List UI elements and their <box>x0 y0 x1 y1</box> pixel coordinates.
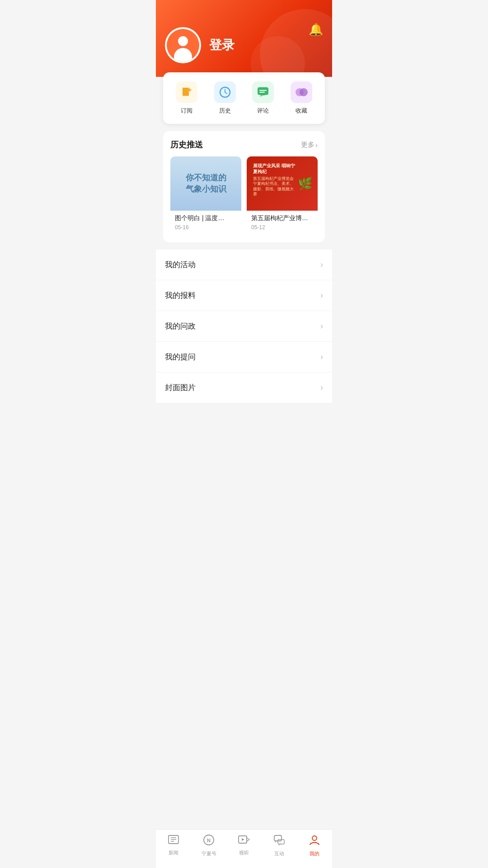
interact-tab-icon <box>273 834 285 849</box>
chevron-report-icon: › <box>320 291 323 300</box>
tab-video-label: 视听 <box>239 849 249 856</box>
news-card-2[interactable]: 展现产业风采 唱响宁夏枸杞 第五届枸杞产业博览会 宁夏枸杞书法、美术、 摄影、剪… <box>247 156 318 234</box>
tab-ningxia-label: 宁夏号 <box>202 850 216 857</box>
tab-mine-label: 我的 <box>310 850 319 857</box>
card-image-2: 展现产业风采 唱响宁夏枸杞 第五届枸杞产业博览会 宁夏枸杞书法、美术、 摄影、剪… <box>247 156 318 211</box>
svg-marker-16 <box>247 838 249 841</box>
comment-icon <box>252 81 274 103</box>
bell-button[interactable]: 🔔 <box>309 23 323 37</box>
menu-item-politics[interactable]: 我的问政 › <box>156 311 332 342</box>
menu-item-report[interactable]: 我的报料 › <box>156 280 332 311</box>
avatar-inner <box>167 29 199 61</box>
tab-news-label: 新闻 <box>169 849 178 856</box>
more-button[interactable]: 更多 › <box>301 141 318 149</box>
avatar-head <box>178 36 188 46</box>
login-label[interactable]: 登录 <box>209 37 235 54</box>
quick-menu: 订阅 历史 评论 <box>163 72 325 124</box>
chevron-politics-icon: › <box>320 321 323 331</box>
tab-ningxia[interactable]: N 宁夏号 <box>191 834 226 857</box>
ningxia-tab-icon: N <box>202 834 215 849</box>
quick-item-collect[interactable]: 收藏 <box>282 81 321 115</box>
tab-bar: 新闻 N 宁夏号 视听 互动 <box>156 829 332 868</box>
cards-row: 你不知道的 气象小知识 图个明白 | 温度… 05-16 展现产业风采 唱响宁夏… <box>170 156 318 234</box>
svg-point-8 <box>300 88 308 96</box>
menu-label-cover: 封面图片 <box>165 382 196 393</box>
quick-item-comment[interactable]: 评论 <box>244 81 282 115</box>
menu-label-activity: 我的活动 <box>165 259 196 270</box>
subscribe-label: 订阅 <box>181 107 192 115</box>
user-row: 登录 <box>165 27 323 63</box>
collect-label: 收藏 <box>296 107 307 115</box>
card-date-2: 05-12 <box>251 224 313 231</box>
menu-list: 我的活动 › 我的报料 › 我的问政 › 我的提问 › 封面图片 › <box>156 250 332 403</box>
menu-label-politics: 我的问政 <box>165 321 196 331</box>
news-tab-icon <box>168 834 179 848</box>
menu-label-question: 我的提问 <box>165 352 196 362</box>
card2-title-line: 展现产业风采 唱响宁夏枸杞 <box>253 163 296 175</box>
menu-item-question[interactable]: 我的提问 › <box>156 342 332 373</box>
tab-mine[interactable]: 我的 <box>297 834 332 857</box>
svg-rect-4 <box>258 87 268 95</box>
menu-label-report: 我的报料 <box>165 290 196 301</box>
card-date-1: 05-16 <box>175 224 237 231</box>
card-info-1: 图个明白 | 温度… 05-16 <box>170 211 241 234</box>
collect-icon <box>291 81 312 103</box>
section-title: 历史推送 <box>170 139 203 150</box>
menu-item-cover[interactable]: 封面图片 › <box>156 373 332 403</box>
chevron-question-icon: › <box>320 352 323 362</box>
history-section: 历史推送 更多 › 你不知道的 气象小知识 图个明白 | 温度… 05-16 <box>163 131 325 242</box>
card-title-2: 第五届枸杞产业博… <box>251 214 313 222</box>
tab-video[interactable]: 视听 <box>226 834 262 857</box>
svg-point-20 <box>312 836 317 840</box>
video-tab-icon <box>238 834 250 848</box>
subscribe-icon <box>176 81 197 103</box>
header: 🔔 登录 <box>156 0 332 77</box>
goji-decor-icon: 🌿 <box>298 177 312 191</box>
avatar <box>165 27 201 63</box>
tab-interact[interactable]: 互动 <box>262 834 297 857</box>
section-header: 历史推送 更多 › <box>170 139 318 150</box>
chevron-cover-icon: › <box>320 383 323 392</box>
tab-interact-label: 互动 <box>274 850 284 857</box>
news-card-1[interactable]: 你不知道的 气象小知识 图个明白 | 温度… 05-16 <box>170 156 241 234</box>
svg-text:N: N <box>207 838 211 843</box>
avatar-body <box>174 48 192 61</box>
card2-subtitle-line: 第五届枸杞产业博览会 宁夏枸杞书法、美术、 摄影、剪纸、微视频大赛 <box>253 176 296 197</box>
chevron-activity-icon: › <box>320 260 323 269</box>
menu-item-activity[interactable]: 我的活动 › <box>156 250 332 280</box>
card-title-1: 图个明白 | 温度… <box>175 214 237 222</box>
history-label: 历史 <box>219 107 231 115</box>
quick-item-history[interactable]: 历史 <box>206 81 244 115</box>
chevron-right-icon: › <box>315 141 318 149</box>
history-icon <box>214 81 236 103</box>
tab-news[interactable]: 新闻 <box>156 834 191 857</box>
svg-marker-17 <box>242 838 244 841</box>
quick-item-subscribe[interactable]: 订阅 <box>168 81 206 115</box>
mine-tab-icon <box>309 834 320 849</box>
comment-label: 评论 <box>257 107 269 115</box>
card-img-text-1: 你不知道的 气象小知识 <box>186 172 226 195</box>
card-info-2: 第五届枸杞产业博… 05-12 <box>247 211 318 234</box>
card-image-1: 你不知道的 气象小知识 <box>170 156 241 211</box>
